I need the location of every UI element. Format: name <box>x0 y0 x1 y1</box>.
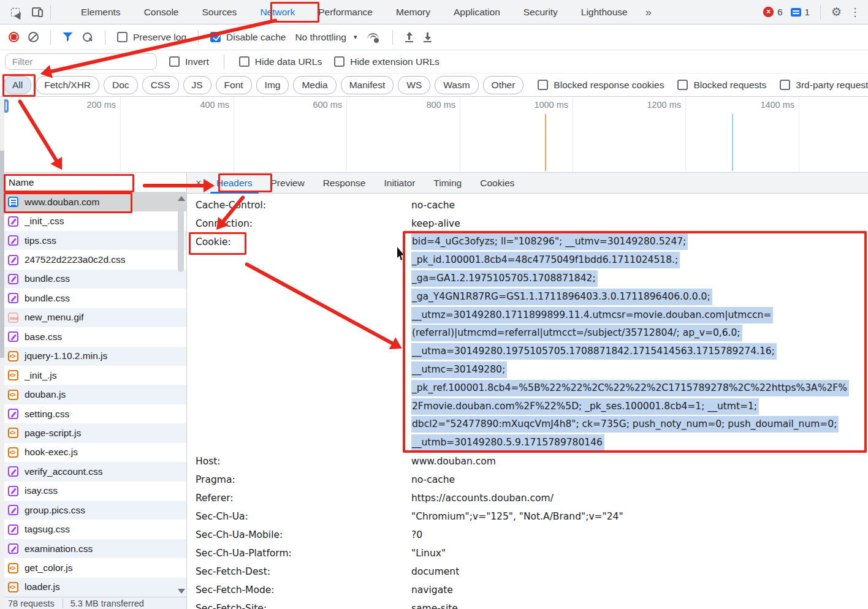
preserve-log-checkbox[interactable]: Preserve log <box>117 32 186 43</box>
header-value[interactable]: https://accounts.douban.com/ <box>411 489 554 507</box>
record-network-log-icon[interactable] <box>9 32 19 42</box>
header-value[interactable]: keep-alive <box>411 214 460 233</box>
request-row[interactable]: _init_.css <box>0 211 186 230</box>
details-tab[interactable]: Timing <box>424 173 471 194</box>
checkbox-unchecked[interactable] <box>169 56 180 67</box>
header-value[interactable]: navigate <box>411 581 453 599</box>
type-filter-chip[interactable]: Manifest <box>341 76 394 94</box>
panel-tab[interactable]: Performance <box>306 0 384 25</box>
panel-tab[interactable]: Memory <box>384 0 442 25</box>
type-filter-chip[interactable]: All <box>4 76 31 94</box>
type-filter-chip[interactable]: JS <box>183 76 211 94</box>
header-value[interactable]: "Chromium";v="125", "Not.A/Brand";v="24" <box>411 507 623 526</box>
search-icon[interactable] <box>82 32 93 43</box>
network-conditions-icon[interactable] <box>366 32 381 43</box>
request-row[interactable]: isay.css <box>0 482 186 501</box>
request-row[interactable]: 247522d2223a0c2d.css <box>0 250 186 269</box>
type-filter-chip[interactable]: WS <box>398 76 430 94</box>
scroll-down-icon[interactable] <box>178 589 185 594</box>
settings-gear-icon[interactable]: ⚙ <box>831 5 842 19</box>
request-row[interactable]: get_color.js <box>0 558 186 577</box>
panel-tab[interactable]: Elements <box>69 0 132 25</box>
network-overview-timeline[interactable]: 200 ms400 ms600 ms800 ms1000 ms1200 ms14… <box>0 97 868 173</box>
clear-network-log-icon[interactable] <box>28 32 39 42</box>
request-row[interactable]: _init_.js <box>0 366 186 385</box>
header-value[interactable]: "Linux" <box>411 544 446 562</box>
panel-tab[interactable]: Security <box>512 0 569 25</box>
request-row[interactable]: www.douban.com <box>0 192 186 211</box>
checkbox-unchecked[interactable] <box>677 80 688 90</box>
blocked-filter-checkbox[interactable]: 3rd-party requests <box>780 80 868 91</box>
export-har-icon[interactable] <box>423 32 432 42</box>
header-value[interactable]: same-site <box>411 599 458 609</box>
scrollbar-thumb[interactable] <box>178 206 184 272</box>
request-row[interactable]: verify_account.css <box>0 462 186 481</box>
details-tab[interactable]: Response <box>314 173 375 194</box>
scrollbar-thumb[interactable] <box>0 151 4 358</box>
checkbox-checked[interactable] <box>210 32 221 42</box>
panel-tab[interactable]: Console <box>132 0 191 25</box>
type-filter-chip[interactable]: Doc <box>104 76 138 94</box>
type-filter-chip[interactable]: Img <box>256 76 289 94</box>
request-row[interactable]: bundle.css <box>0 289 186 308</box>
filter-icon[interactable] <box>63 32 73 42</box>
filter-input[interactable] <box>5 53 157 70</box>
cookie-header-value[interactable]: bid=4_uGc3ofyzs; ll="108296"; __utmv=301… <box>411 233 868 452</box>
request-row[interactable]: new_menu.gif <box>0 308 186 327</box>
close-icon[interactable]: × <box>190 177 207 189</box>
checkbox-unchecked[interactable] <box>334 56 345 67</box>
panel-tab[interactable]: Sources <box>191 0 249 25</box>
details-tab[interactable]: Cookies <box>471 173 523 194</box>
request-row[interactable]: setting.css <box>0 404 186 423</box>
type-filter-chip[interactable]: Fetch/XHR <box>36 76 99 94</box>
scroll-up-icon[interactable] <box>178 196 185 201</box>
more-options-icon[interactable]: ⋮ <box>850 6 861 19</box>
request-row[interactable]: page-script.js <box>0 423 186 442</box>
inspect-element-icon[interactable] <box>10 6 23 18</box>
checkbox-unchecked[interactable] <box>780 80 790 90</box>
request-row[interactable]: hook-exec.js <box>0 443 186 462</box>
request-list-scrollbar[interactable] <box>176 194 186 596</box>
request-row[interactable]: jquery-1.10.2.min.js <box>0 347 186 366</box>
hide-extension-urls-checkbox[interactable]: Hide extension URLs <box>334 56 440 67</box>
name-column-header[interactable]: Name <box>0 173 186 192</box>
header-value[interactable]: ?0 <box>411 526 422 544</box>
window-scrollbar[interactable] <box>0 98 4 609</box>
checkbox-unchecked[interactable] <box>117 32 128 42</box>
device-toolbar-icon[interactable] <box>31 6 44 18</box>
request-row[interactable]: douban.js <box>0 385 186 404</box>
type-filter-chip[interactable]: Wasm <box>435 76 478 94</box>
issues-badge[interactable]: 1 <box>791 7 810 17</box>
header-value[interactable]: no-cache <box>411 471 455 489</box>
disable-cache-checkbox[interactable]: Disable cache <box>210 32 286 43</box>
type-filter-chip[interactable]: Font <box>216 76 252 94</box>
checkbox-unchecked[interactable] <box>239 56 249 67</box>
details-tab[interactable]: Headers <box>207 173 262 194</box>
request-row[interactable]: group.pics.css <box>0 501 186 520</box>
invert-checkbox[interactable]: Invert <box>169 56 209 67</box>
request-row[interactable]: base.css <box>0 327 186 346</box>
header-value[interactable]: www.douban.com <box>411 452 496 471</box>
details-tab[interactable]: Preview <box>262 173 314 194</box>
header-value[interactable]: document <box>411 562 459 581</box>
type-filter-chip[interactable]: Media <box>293 76 336 94</box>
panel-tab[interactable]: Lighthouse <box>569 0 639 25</box>
request-row[interactable]: tips.css <box>0 231 186 250</box>
blocked-filter-checkbox[interactable]: Blocked requests <box>677 80 766 91</box>
type-filter-chip[interactable]: Other <box>483 76 524 94</box>
hide-data-urls-checkbox[interactable]: Hide data URLs <box>239 56 322 67</box>
header-value[interactable]: no-cache <box>411 196 455 214</box>
request-row[interactable]: tagsug.css <box>0 520 186 539</box>
request-row[interactable]: bundle.css <box>0 270 186 289</box>
panel-tab[interactable]: Network <box>248 0 306 25</box>
checkbox-unchecked[interactable] <box>538 80 548 90</box>
request-row[interactable]: loader.js <box>0 578 186 597</box>
type-filter-chip[interactable]: CSS <box>142 76 179 94</box>
throttling-dropdown[interactable]: No throttling ▾ <box>295 32 357 43</box>
panel-tab[interactable]: » <box>639 0 658 25</box>
blocked-filter-checkbox[interactable]: Blocked response cookies <box>538 80 664 91</box>
details-tab[interactable]: Initiator <box>375 173 424 194</box>
request-row[interactable]: examination.css <box>0 539 186 558</box>
panel-tab[interactable]: Application <box>442 0 512 25</box>
import-har-icon[interactable] <box>405 32 414 42</box>
